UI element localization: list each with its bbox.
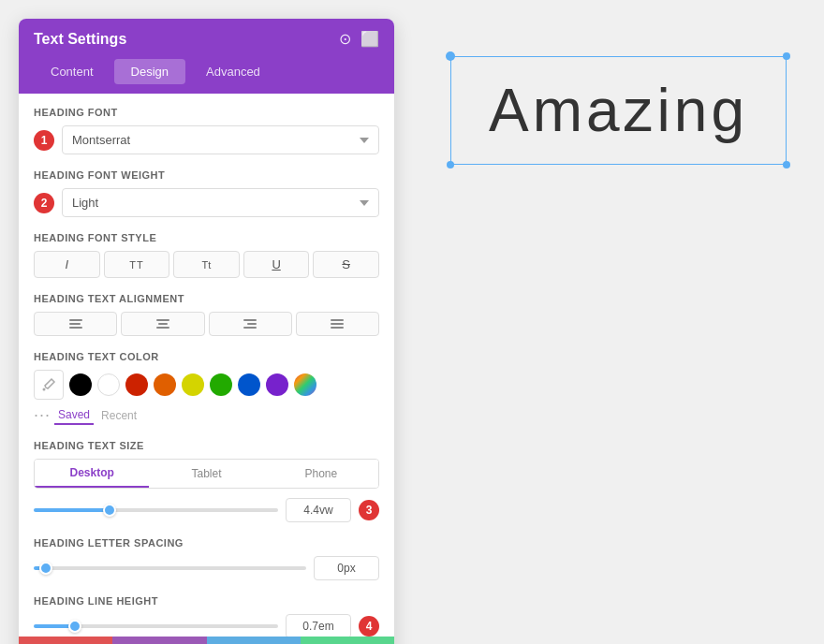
eyedropper-icon <box>41 377 56 392</box>
align-left-btn[interactable] <box>34 312 117 336</box>
align-right-icon <box>243 319 257 329</box>
align-right-btn[interactable] <box>209 312 292 336</box>
panel-header-icons: ⊙ ⬜ <box>339 30 379 48</box>
text-size-slider-row: 3 <box>34 498 379 522</box>
all-caps-btn[interactable]: TT <box>104 251 170 278</box>
strikethrough-btn[interactable]: S <box>313 251 379 278</box>
text-size-slider[interactable] <box>34 508 278 512</box>
italic-btn[interactable]: I <box>34 251 100 278</box>
letter-spacing-slider-row <box>34 556 379 580</box>
expand-icon[interactable]: ⬜ <box>360 30 379 48</box>
letter-spacing-value[interactable] <box>314 556 379 580</box>
color-tab-recent[interactable]: Recent <box>97 407 140 424</box>
preview-heading: Amazing <box>489 76 748 145</box>
color-purple[interactable] <box>266 373 288 396</box>
color-palette <box>34 370 379 400</box>
letter-spacing-slider[interactable] <box>34 566 306 570</box>
svg-point-0 <box>43 388 46 391</box>
align-center-icon <box>156 319 169 329</box>
font-style-row: I TT Tt U S <box>34 251 379 278</box>
tab-advanced[interactable]: Advanced <box>189 59 277 84</box>
heading-font-select[interactable]: Montserrat Roboto Open Sans <box>62 125 379 154</box>
heading-style-group: Heading Font Style I TT Tt U S <box>34 232 379 278</box>
panel-header: Text Settings ⊙ ⬜ <box>19 19 394 59</box>
size-tab-phone[interactable]: Phone <box>264 460 378 488</box>
size-tab-tablet[interactable]: Tablet <box>149 460 263 488</box>
badge-3: 3 <box>359 500 379 520</box>
heading-size-label: Heading Text Size <box>34 440 379 451</box>
preview-area: Amazing <box>413 0 824 221</box>
text-size-value[interactable] <box>286 498 351 522</box>
heading-font-row: 1 Montserrat Roboto Open Sans <box>34 125 379 154</box>
heading-color-label: Heading Text Color <box>34 351 379 362</box>
heading-letter-spacing-label: Heading Letter Spacing <box>34 537 379 549</box>
badge-1: 1 <box>34 130 54 151</box>
line-height-value[interactable] <box>286 614 351 637</box>
cancel-button[interactable]: ✕ <box>19 637 112 644</box>
heading-size-group: Heading Text Size Desktop Tablet Phone 3 <box>34 440 379 522</box>
color-black[interactable] <box>69 373 92 396</box>
color-tabs: ··· Saved Recent <box>34 405 379 425</box>
alignment-row <box>34 312 379 336</box>
settings-icon[interactable]: ⊙ <box>339 30 351 48</box>
heading-weight-label: Heading Font Weight <box>34 169 379 181</box>
heading-color-group: Heading Text Color ··· <box>34 351 379 425</box>
corner-dot-bl <box>447 161 454 168</box>
panel-body: Heading Font 1 Montserrat Roboto Open Sa… <box>19 94 394 637</box>
heading-line-height-label: Heading Line Height <box>34 595 379 607</box>
panel-tabs: Content Design Advanced <box>19 59 394 94</box>
preview-text-box: Amazing <box>450 56 787 165</box>
panel-footer: ✕ ↺ ↻ ✓ <box>19 637 394 644</box>
line-height-slider[interactable] <box>34 624 278 628</box>
heading-alignment-group: Heading Text Alignment <box>34 293 379 336</box>
align-justify-icon <box>331 319 344 329</box>
line-height-slider-row: 4 <box>34 614 379 637</box>
corner-dot-br <box>783 161 790 168</box>
heading-line-height-group: Heading Line Height 4 <box>34 595 379 637</box>
size-tab-desktop[interactable]: Desktop <box>35 460 149 488</box>
redo-button[interactable]: ↻ <box>207 637 301 644</box>
settings-panel: Text Settings ⊙ ⬜ Content Design Advance… <box>19 19 394 644</box>
undo-button[interactable]: ↺ <box>112 637 206 644</box>
caps-btn[interactable]: Tt <box>173 251 240 278</box>
tab-design[interactable]: Design <box>114 59 185 84</box>
align-center-btn[interactable] <box>121 312 204 336</box>
color-green[interactable] <box>210 373 232 396</box>
tab-content[interactable]: Content <box>34 59 110 84</box>
badge-4: 4 <box>359 616 379 637</box>
heading-weight-select[interactable]: Light Regular Bold <box>62 188 379 217</box>
color-orange[interactable] <box>154 373 176 396</box>
color-picker-btn[interactable] <box>34 370 64 400</box>
align-left-icon <box>69 319 82 329</box>
heading-style-label: Heading Font Style <box>34 232 379 243</box>
heading-weight-group: Heading Font Weight 2 Light Regular Bold <box>34 169 379 217</box>
heading-font-group: Heading Font 1 Montserrat Roboto Open Sa… <box>34 107 379 154</box>
color-gradient[interactable] <box>294 373 316 396</box>
size-tabs: Desktop Tablet Phone <box>34 459 379 489</box>
heading-letter-spacing-group: Heading Letter Spacing <box>34 537 379 580</box>
color-more-btn[interactable]: ··· <box>34 405 51 425</box>
color-blue[interactable] <box>238 373 260 396</box>
underline-btn[interactable]: U <box>243 251 310 278</box>
panel-title: Text Settings <box>34 31 126 48</box>
color-tab-saved[interactable]: Saved <box>54 406 94 425</box>
color-red[interactable] <box>125 373 148 396</box>
heading-font-label: Heading Font <box>34 107 379 118</box>
save-button[interactable]: ✓ <box>301 637 394 644</box>
badge-2: 2 <box>34 193 54 213</box>
heading-weight-row: 2 Light Regular Bold <box>34 188 379 217</box>
color-white[interactable] <box>97 373 120 396</box>
heading-alignment-label: Heading Text Alignment <box>34 293 379 304</box>
color-yellow[interactable] <box>182 373 204 396</box>
align-justify-btn[interactable] <box>296 312 379 336</box>
